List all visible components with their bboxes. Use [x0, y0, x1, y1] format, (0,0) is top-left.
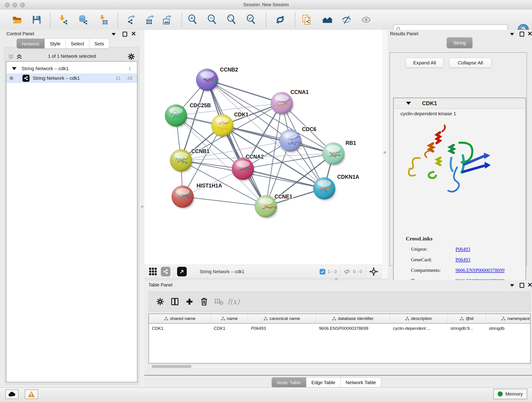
panel-menu-caret-icon[interactable] — [510, 33, 514, 36]
zoom-in-button[interactable] — [186, 13, 199, 26]
crosslink-link[interactable]: P06493 — [456, 246, 470, 252]
panel-float-icon[interactable] — [520, 32, 524, 37]
zoom-selected-button[interactable] — [245, 13, 257, 26]
table-cell[interactable]: cyclin-dependent ... — [390, 324, 447, 333]
selected-items-checkbox-icon[interactable] — [320, 269, 325, 274]
network-node-CCNE1[interactable]: CCNE1 — [255, 194, 292, 218]
open-session-button[interactable] — [11, 13, 23, 26]
network-node-CDC6[interactable]: CDC6 — [279, 126, 317, 153]
crosslink-label: GeneCard: — [411, 257, 456, 263]
network-node-HIST1H1A[interactable]: HIST1H1A — [172, 183, 222, 209]
export-image-button[interactable] — [161, 13, 173, 26]
expand-all-button[interactable]: Expand All — [405, 58, 443, 68]
export-table-button[interactable] — [144, 13, 156, 26]
table-cell[interactable]: CDK1 — [211, 324, 248, 333]
import-table-file-button[interactable] — [97, 13, 109, 26]
collapse-all-button[interactable]: Collapse All — [449, 58, 492, 68]
network-edge-HIST1H1A-CCNE1[interactable] — [183, 197, 266, 206]
zoom-out-icon — [207, 14, 217, 25]
right-splitter[interactable] — [382, 30, 388, 279]
show-columns-icon[interactable] — [167, 295, 182, 308]
table-cell[interactable]: stringdb:9... — [447, 324, 486, 333]
toolbar-separator — [295, 12, 295, 27]
tree-attribute-icon — [221, 317, 225, 321]
table-cell[interactable]: P06493 — [248, 324, 316, 333]
function-builder-icon[interactable]: f(x) — [226, 295, 241, 308]
import-network-file-button[interactable] — [57, 13, 70, 26]
crosslink-link[interactable]: P06493 — [456, 257, 470, 263]
show-all-button[interactable] — [360, 13, 372, 26]
add-column-plus-icon[interactable] — [182, 295, 197, 308]
tree-attribute-icon — [264, 317, 268, 321]
tab-string[interactable]: String — [447, 37, 472, 48]
node-label-RB1: RB1 — [346, 140, 356, 146]
network-node-CDK1[interactable]: CDK1 — [211, 112, 249, 138]
table-cell[interactable]: CDK1 — [149, 324, 211, 333]
network-node-RB1[interactable]: RB1 — [322, 140, 356, 166]
export-network-button[interactable] — [125, 13, 137, 26]
table-cell[interactable]: stringdb — [486, 324, 531, 333]
panel-close-icon[interactable]: ✕ — [131, 31, 136, 36]
crosslink-link[interactable]: 9606.ENSP00000378699 — [456, 268, 505, 273]
node-label-CCNA2: CCNA2 — [246, 154, 264, 160]
column-header-description[interactable]: description — [390, 314, 447, 323]
delete-table-icon[interactable] — [211, 295, 226, 308]
network-options-gear-icon[interactable] — [127, 53, 135, 61]
tab-sets[interactable]: Sets — [89, 38, 109, 49]
warnings-button[interactable] — [25, 389, 38, 399]
network-node-CCNB2[interactable]: CCNB2 — [196, 67, 238, 92]
network-node-CDC25B[interactable]: CDC25B — [165, 102, 211, 128]
column-header-name[interactable]: name — [211, 314, 248, 323]
network-canvas[interactable]: CCNB2CCNA1CDC25BCDK1CDC6RB1CCNB1CCNA2CDK… — [144, 30, 382, 265]
left-splitter[interactable] — [140, 30, 144, 387]
cloud-status-button[interactable] — [5, 389, 19, 399]
gene-section-header[interactable]: CDK1 — [394, 98, 526, 109]
tab-network-table[interactable]: Network Table — [341, 377, 381, 387]
column-header-namespace[interactable]: namespace — [486, 314, 531, 323]
memory-button[interactable]: Memory — [493, 389, 527, 399]
network-row-selected[interactable]: String Network – cdk1 11 48 — [6, 73, 137, 83]
tree-expand-caret-icon[interactable] — [12, 67, 17, 70]
delete-column-trash-icon[interactable] — [197, 295, 211, 308]
birds-eye-crosshair-icon[interactable] — [369, 267, 379, 276]
table-horizontal-scrollbar[interactable] — [148, 364, 531, 369]
table-cell[interactable]: 9606.ENSP00000378699 — [316, 324, 390, 333]
column-header-database-identifier[interactable]: database identifier — [316, 314, 390, 323]
fit-content-button[interactable] — [225, 13, 238, 26]
control-panel-tabs: NetworkStyleSelectSets — [17, 38, 109, 49]
network-node-CDKN1A[interactable]: CDKN1A — [313, 174, 359, 201]
node-table[interactable]: shared namenamecanonical namedatabase id… — [148, 313, 531, 364]
tab-style[interactable]: Style — [45, 38, 66, 49]
table-panel-title: Table Panel — [148, 282, 172, 288]
column-header-canonical-name[interactable]: canonical name — [248, 314, 316, 323]
refresh-view-button[interactable] — [274, 13, 286, 26]
network-collection-row[interactable]: String Network – cdk1 1 — [6, 64, 137, 73]
panel-menu-caret-icon[interactable] — [510, 284, 514, 287]
string-view-icon[interactable] — [161, 267, 171, 276]
section-collapse-caret-icon[interactable] — [406, 102, 411, 105]
table-row[interactable]: CDK1CDK1P064939606.ENSP00000378699cyclin… — [149, 324, 530, 333]
view-grid-icon[interactable] — [148, 267, 158, 276]
tab-select[interactable]: Select — [66, 38, 89, 49]
first-neighbors-button[interactable] — [321, 13, 334, 26]
panel-float-icon[interactable] — [520, 283, 524, 288]
copy-network-button[interactable] — [300, 13, 313, 26]
panel-close-icon[interactable]: ✕ — [527, 31, 532, 36]
table-settings-gear-icon[interactable] — [153, 295, 167, 308]
hide-selected-button[interactable] — [341, 13, 353, 26]
tab-node-table[interactable]: Node Table — [272, 377, 306, 387]
save-session-button[interactable] — [31, 13, 43, 26]
column-header-shared-name[interactable]: shared name — [149, 314, 211, 323]
panel-float-icon[interactable] — [123, 32, 127, 37]
panel-menu-caret-icon[interactable] — [112, 33, 116, 36]
tab-network[interactable]: Network — [17, 38, 45, 49]
panel-close-icon[interactable]: ✕ — [527, 282, 532, 287]
scrollbar-thumb[interactable] — [152, 365, 191, 368]
network-node-CCNB1[interactable]: CCNB1 — [170, 148, 209, 172]
tab-edge-table[interactable]: Edge Table — [306, 377, 341, 387]
column-header-@id[interactable]: @id — [447, 314, 486, 323]
network-node-CCNA1[interactable]: CCNA1 — [271, 89, 309, 115]
open-view-window-icon[interactable] — [177, 267, 187, 276]
import-network-database-button[interactable] — [77, 13, 89, 26]
zoom-out-button[interactable] — [206, 13, 218, 26]
